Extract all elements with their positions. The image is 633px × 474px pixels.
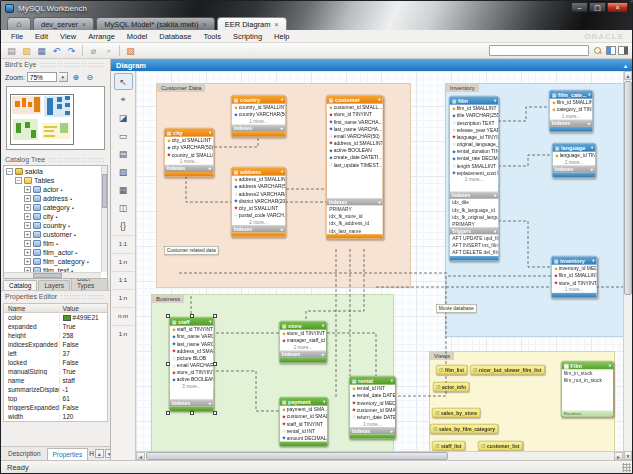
sidebar-tab-layers[interactable]: Layers xyxy=(38,280,70,290)
image-tool-icon[interactable]: ▧ xyxy=(114,163,133,180)
view-actor_info[interactable]: ◫actor_info xyxy=(433,379,499,399)
table-header[interactable]: ▦country▾ xyxy=(232,96,286,104)
section-toggle-icon[interactable]: ▸ xyxy=(209,401,211,406)
tree-node-table-film_category[interactable]: +film_category• xyxy=(4,257,101,266)
selection-handle[interactable] xyxy=(213,314,217,318)
bottom-tab-properties[interactable]: Properties xyxy=(47,448,89,460)
sidebar-tab-catalog[interactable]: Catalog xyxy=(3,280,37,290)
section-indexes[interactable]: Indexes▸ xyxy=(550,120,593,127)
tree-node-table-city[interactable]: +city• xyxy=(4,212,101,221)
tree-expander-icon[interactable]: + xyxy=(24,231,31,238)
menu-model[interactable]: Model xyxy=(121,32,153,41)
menu-tools[interactable]: Tools xyxy=(197,32,227,41)
undo-icon[interactable]: ↶ xyxy=(50,45,63,57)
diagram-table-country[interactable]: ▦country▾◆country_id SMALLINT◆country VA… xyxy=(231,95,286,137)
section-indexes[interactable]: Indexes▸ xyxy=(280,351,327,358)
table-header[interactable]: ▦inventory▾ xyxy=(552,257,597,265)
table-header[interactable]: ▦city▾ xyxy=(165,129,214,137)
menu-database[interactable]: Database xyxy=(153,32,197,41)
toggle-right-panel-icon[interactable] xyxy=(618,46,628,55)
table-header[interactable]: ▦staff▾ xyxy=(170,318,214,326)
diagram-table-payment[interactable]: ▦payment▾◆payment_id SMA...◆customer_id … xyxy=(279,397,328,447)
property-row-expanded[interactable]: expandedTrue xyxy=(4,322,107,331)
section-toggle-icon[interactable]: ▸ xyxy=(591,167,593,172)
diagram-table-film[interactable]: ▦film▾◆film_id SMALLINT◆title VARCHAR(25… xyxy=(449,96,499,261)
collapse-table-icon[interactable]: ▾ xyxy=(391,378,393,383)
menu-view[interactable]: View xyxy=(54,32,82,41)
section-indexes[interactable]: Indexes▸ xyxy=(350,427,396,434)
scroll-up-icon[interactable]: ▲ xyxy=(624,71,632,80)
routine-film_not_in_stock[interactable]: film_not_in_stock xyxy=(562,376,614,383)
tree-node-table-customer[interactable]: +customer• xyxy=(4,230,101,239)
section-indexes[interactable]: Indexes▸ xyxy=(232,125,286,132)
rel-1n-tool-icon[interactable]: 1:n xyxy=(112,253,135,270)
diagram-panel-header[interactable]: Diagram ▴ xyxy=(111,59,632,71)
section-toggle-icon[interactable]: ▸ xyxy=(209,166,211,171)
collapse-table-icon[interactable]: ▾ xyxy=(281,169,283,174)
tree-node-table-address[interactable]: +address• xyxy=(4,194,101,203)
tree-node-table-film[interactable]: +film• xyxy=(4,239,101,248)
collapse-table-icon[interactable]: ▾ xyxy=(209,319,211,324)
table-header[interactable]: ▦customer▾ xyxy=(327,96,383,104)
view-customer_list[interactable]: ◫customer_list xyxy=(478,438,559,451)
collapse-table-icon[interactable]: ▾ xyxy=(592,258,594,263)
routine-group-header[interactable]: ▦Film▾ xyxy=(562,362,614,370)
collapse-table-icon[interactable]: ▾ xyxy=(588,92,590,97)
collapse-table-icon[interactable]: ▾ xyxy=(494,98,496,103)
document-tab-0[interactable]: dev_server× xyxy=(33,17,94,30)
property-row-left[interactable]: left37 xyxy=(4,349,107,358)
tree-node-tables-folder[interactable]: −Tables xyxy=(4,176,101,185)
selection-handle[interactable] xyxy=(213,362,217,366)
new-diagram-icon[interactable]: ▧ xyxy=(124,45,137,57)
catalog-tree-vertical-scrollbar[interactable] xyxy=(101,166,107,272)
collapse-table-icon[interactable]: ▾ xyxy=(591,145,593,150)
close-tab-icon[interactable]: × xyxy=(275,21,279,28)
eraser-tool-icon[interactable]: ◪ xyxy=(114,109,133,126)
zoom-select-arrow-icon[interactable]: ▾ xyxy=(59,72,68,82)
maximize-button[interactable]: ▢ xyxy=(589,2,606,12)
note-movie-database[interactable]: Movie database xyxy=(436,304,510,320)
close-button[interactable]: × xyxy=(607,2,628,12)
routine-group-film[interactable]: ▦Film▾film_in_stockfilm_not_in_stockRout… xyxy=(561,361,614,451)
section-indexes[interactable]: Indexes▾ xyxy=(450,192,499,199)
property-row-name[interactable]: namestaff xyxy=(4,376,107,385)
resize-grip[interactable] xyxy=(622,463,631,472)
property-row-locked[interactable]: lockedFalse xyxy=(4,358,107,367)
rel-1n-id-tool-icon[interactable]: 1:n xyxy=(112,289,135,306)
close-tab-icon[interactable]: × xyxy=(82,21,86,28)
section-toggle-icon[interactable]: ▾ xyxy=(378,200,380,205)
more-columns-label[interactable]: 3 more... xyxy=(170,383,214,390)
table-header[interactable]: ▦store▾ xyxy=(280,322,327,330)
collapse-table-icon[interactable]: ▾ xyxy=(281,97,283,102)
menu-edit[interactable]: Edit xyxy=(29,32,54,41)
document-tab-1[interactable]: MySQL Model* (sakila.mwb)× xyxy=(96,17,214,30)
selection-handle[interactable] xyxy=(166,411,170,415)
diagram-table-address[interactable]: ▦address▾◆address_id SMALLINT◆address VA… xyxy=(231,167,286,237)
tree-node-table-country[interactable]: +country• xyxy=(4,221,101,230)
diagram-table-film_cate[interactable]: ▦film_cate...▾◆film_id SMALLINT◆category… xyxy=(549,90,593,132)
section-indexes[interactable]: Indexes▸ xyxy=(232,225,286,232)
diagram-table-city[interactable]: ▦city▾◆city_id SMALLINT◆city VARCHAR(50)… xyxy=(164,128,214,177)
view-tool-icon[interactable]: ◫ xyxy=(114,199,133,216)
open-model-icon[interactable]: ▨ xyxy=(20,45,33,57)
tree-expander-icon[interactable]: + xyxy=(24,186,31,193)
more-columns-label[interactable]: 1 more... xyxy=(450,176,499,183)
diagram-table-store[interactable]: ▦store▾◆store_id TINYINT◆manager_staff_i… xyxy=(279,321,327,363)
diagram-table-inventory[interactable]: ▦inventory▾◆inventory_id MEDI...◆film_id… xyxy=(551,256,597,298)
home-tab[interactable]: ⌂ xyxy=(7,17,31,30)
diagram-table-staff[interactable]: ▦staff▾◆staff_id TINYINT◆first_name VARC… xyxy=(169,317,214,412)
property-row-height[interactable]: height258 xyxy=(4,331,107,340)
hand-tool-icon[interactable]: ⌖ xyxy=(114,91,133,108)
selection-handle[interactable] xyxy=(166,314,170,318)
new-document-icon[interactable]: ▤ xyxy=(5,45,18,57)
selection-handle[interactable] xyxy=(190,411,194,415)
collapse-table-icon[interactable]: ▾ xyxy=(209,130,211,135)
menu-help[interactable]: Help xyxy=(268,32,295,41)
zoom-select[interactable]: 75% xyxy=(27,72,57,82)
property-row-summarizeDisplay[interactable]: summarizeDisplay-1 xyxy=(4,385,107,394)
redo-icon[interactable]: ↷ xyxy=(65,45,78,57)
menu-file[interactable]: File xyxy=(5,32,29,41)
property-row-color[interactable]: color#499E21 xyxy=(4,313,107,322)
property-row-width[interactable]: width120 xyxy=(4,412,107,421)
section-toggle-icon[interactable]: ▾ xyxy=(494,229,496,234)
